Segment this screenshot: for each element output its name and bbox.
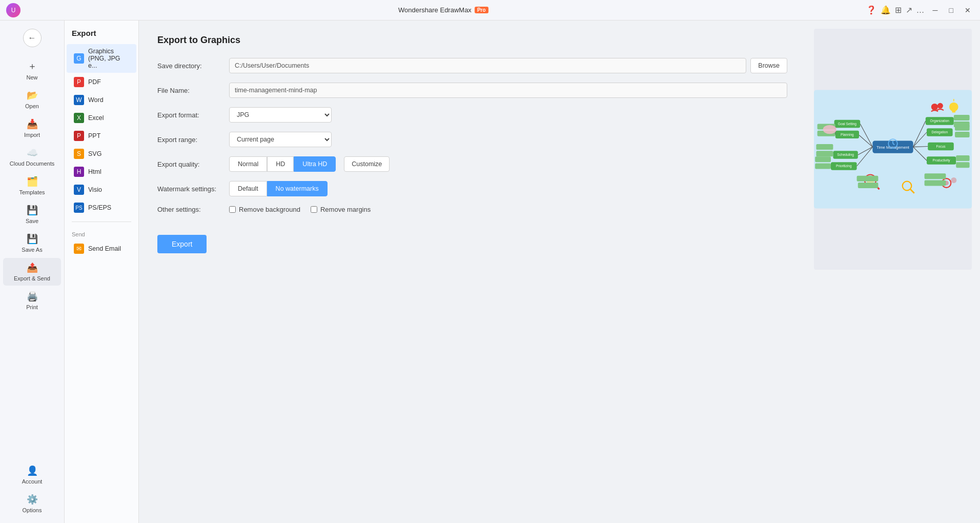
app-name: Wondershare EdrawMax xyxy=(398,6,472,14)
svg-rect-59 xyxy=(925,173,946,179)
sidebar-item-cloud[interactable]: ☁️ Cloud Documents xyxy=(3,143,61,171)
maximize-button[interactable]: □ xyxy=(946,5,956,15)
export-form-area: Export to Graphics Save directory: Brows… xyxy=(139,21,806,523)
print-icon: 🖨️ xyxy=(27,291,38,302)
svg-rect-32 xyxy=(815,156,831,162)
export-button[interactable]: Export xyxy=(157,235,207,253)
export-quality-label: Export quality: xyxy=(157,160,229,168)
export-item-html[interactable]: H Html xyxy=(67,163,136,180)
save-directory-input[interactable] xyxy=(229,58,746,73)
export-item-visio[interactable]: V Visio xyxy=(67,181,136,198)
more-icon[interactable]: … xyxy=(916,6,925,15)
apps-icon[interactable]: ⊞ xyxy=(895,5,902,15)
close-button[interactable]: ✕ xyxy=(962,5,974,15)
export-item-pdf[interactable]: P PDF xyxy=(67,73,136,91)
import-icon: 📥 xyxy=(27,118,38,130)
remove-background-label[interactable]: Remove background xyxy=(229,206,300,213)
file-name-input[interactable] xyxy=(229,83,787,98)
remove-background-checkbox[interactable] xyxy=(229,206,236,213)
ppt-icon: P xyxy=(74,131,84,141)
remove-margins-checkbox[interactable] xyxy=(311,206,317,213)
export-item-ppt[interactable]: P PPT xyxy=(67,127,136,145)
excel-icon: X xyxy=(74,113,84,123)
export-range-select[interactable]: Current page All pages Selected area xyxy=(229,132,332,147)
graphics-icon: G xyxy=(74,53,84,64)
svg-text:Productivity: Productivity xyxy=(933,158,951,163)
other-settings-checkboxes: Remove background Remove margins xyxy=(229,206,371,213)
quality-normal-button[interactable]: Normal xyxy=(229,156,267,172)
share-icon[interactable]: ↗ xyxy=(906,5,912,15)
save-icon: 💾 xyxy=(27,205,38,216)
watermark-default-button[interactable]: Default xyxy=(229,181,267,196)
svg-point-40 xyxy=(931,104,938,110)
bell-icon[interactable]: 🔔 xyxy=(881,5,891,15)
file-name-label: File Name: xyxy=(157,87,229,94)
user-avatar[interactable]: U xyxy=(6,3,21,17)
svg-text:Focus: Focus xyxy=(936,145,946,148)
export-sidebar-title: Export xyxy=(65,29,138,44)
svg-text:Time Management: Time Management xyxy=(876,145,910,150)
minimize-button[interactable]: ─ xyxy=(930,5,941,15)
send-section-title: Send xyxy=(65,227,138,239)
sidebar-item-new[interactable]: ＋ New xyxy=(3,56,61,85)
watermark-controls: Default No watermarks xyxy=(229,181,787,196)
pro-badge: Pro xyxy=(475,7,488,13)
svg-point-42 xyxy=(949,103,958,112)
export-format-label: Export format: xyxy=(157,111,229,119)
svg-text:Planning: Planning xyxy=(841,133,854,137)
export-item-excel[interactable]: X Excel xyxy=(67,109,136,127)
pdf-icon: P xyxy=(74,77,84,87)
cloud-icon: ☁️ xyxy=(27,147,38,158)
back-button[interactable]: ← xyxy=(23,29,42,47)
svg-text:Scheduling: Scheduling xyxy=(837,153,854,157)
export-quality-controls: Normal HD Ultra HD Customize xyxy=(229,156,787,172)
sidebar-item-open[interactable]: 📂 Open xyxy=(3,86,61,113)
customize-button[interactable]: Customize xyxy=(344,156,390,172)
export-item-email[interactable]: ✉ Send Email xyxy=(67,240,136,257)
export-format-select[interactable]: JPG PNG BMP SVG TIFF xyxy=(229,107,332,123)
export-divider xyxy=(72,222,131,222)
svg-rect-58 xyxy=(858,183,879,188)
email-icon: ✉ xyxy=(74,244,84,254)
file-name-controls xyxy=(229,83,787,98)
svg-rect-60 xyxy=(925,180,946,186)
sidebar-item-import[interactable]: 📥 Import xyxy=(3,114,61,142)
save-directory-controls: Browse xyxy=(229,58,787,73)
sidebar-item-save[interactable]: 💾 Save xyxy=(3,200,61,228)
window-controls[interactable]: U xyxy=(6,3,21,17)
watermark-row: Watermark settings: Default No watermark… xyxy=(157,181,787,196)
quality-hd-button[interactable]: HD xyxy=(267,156,294,172)
browse-button[interactable]: Browse xyxy=(750,58,787,73)
toolbar-icons: ❓ 🔔 ⊞ ↗ … xyxy=(866,5,925,15)
other-settings-controls: Remove background Remove margins xyxy=(229,206,787,213)
title-bar: U Wondershare EdrawMax Pro ❓ 🔔 ⊞ ↗ … ─ □… xyxy=(0,0,980,21)
export-item-svg[interactable]: S SVG xyxy=(67,145,136,163)
preview-mindmap: Time Management Planning Scheduling Prio… xyxy=(814,29,972,270)
sidebar-item-options[interactable]: ⚙️ Options xyxy=(3,490,61,517)
title-bar-center: Wondershare EdrawMax Pro xyxy=(398,6,488,14)
export-sidebar: Export G Graphics (PNG, JPG e... P PDF W… xyxy=(65,21,139,523)
svg-text:Prioritizing: Prioritizing xyxy=(836,164,852,168)
help-icon[interactable]: ❓ xyxy=(866,5,876,15)
visio-icon: V xyxy=(74,185,84,195)
svg-rect-43 xyxy=(952,110,956,112)
quality-button-group: Normal HD Ultra HD xyxy=(229,156,336,172)
sidebar-item-account[interactable]: 👤 Account xyxy=(3,461,61,489)
sidebar-item-print[interactable]: 🖨️ Print xyxy=(3,287,61,314)
watermark-none-button[interactable]: No watermarks xyxy=(267,181,328,196)
app-body: ← ＋ New 📂 Open 📥 Import ☁️ Cloud Documen… xyxy=(0,21,980,523)
export-format-row: Export format: JPG PNG BMP SVG TIFF xyxy=(157,107,787,123)
export-item-word[interactable]: W Word xyxy=(67,91,136,109)
sidebar-item-saveas[interactable]: 💾 Save As xyxy=(3,229,61,257)
sidebar-item-export[interactable]: 📤 Export & Send xyxy=(3,258,61,286)
svg-point-45 xyxy=(823,125,836,134)
sidebar-item-templates[interactable]: 🗂️ Templates xyxy=(3,172,61,199)
export-range-row: Export range: Current page All pages Sel… xyxy=(157,132,787,147)
export-item-graphics[interactable]: G Graphics (PNG, JPG e... xyxy=(67,44,136,73)
quality-ultrahd-button[interactable]: Ultra HD xyxy=(294,156,336,172)
new-icon: ＋ xyxy=(28,60,37,72)
remove-margins-label[interactable]: Remove margins xyxy=(311,206,371,213)
export-item-ps[interactable]: PS PS/EPS xyxy=(67,199,136,216)
options-icon: ⚙️ xyxy=(27,494,38,505)
account-icon: 👤 xyxy=(27,465,38,476)
